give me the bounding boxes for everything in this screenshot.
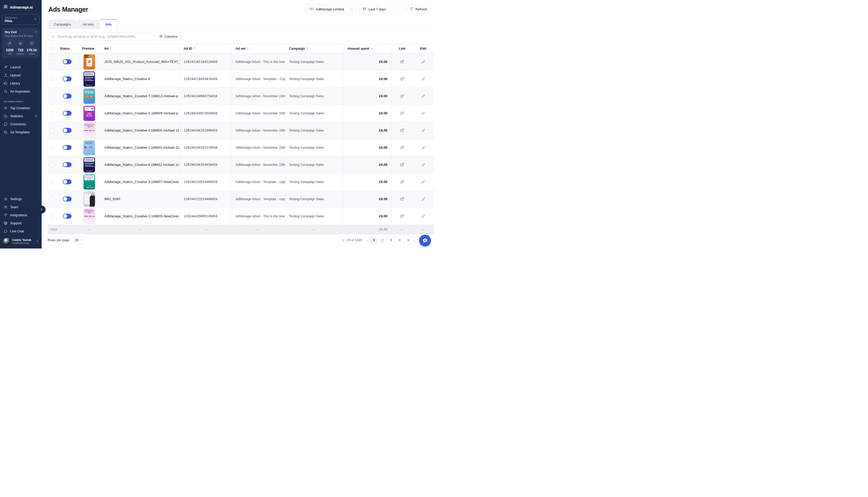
ad-preview-thumb[interactable]	[84, 191, 95, 207]
sidebar-item-live-chat[interactable]: Live Chat	[0, 227, 42, 235]
open-link-button[interactable]	[391, 70, 412, 87]
sidebar-collapse-button[interactable]	[38, 205, 45, 213]
edit-button[interactable]	[412, 139, 434, 156]
pagination-prev-button[interactable]: ‹	[366, 238, 368, 242]
edit-button[interactable]	[412, 105, 434, 122]
ad-preview-thumb[interactable]: Automate Your Ad WorkflowsAdmanage.ai	[84, 71, 95, 87]
status-toggle[interactable]	[63, 162, 71, 167]
edit-button[interactable]	[412, 53, 434, 70]
sidebar-item-comments[interactable]: Comments	[0, 120, 42, 128]
ad-preview-thumb[interactable]: Still Uploading Ads Manually?YesNo	[84, 89, 95, 104]
sidebar-item-upload[interactable]: Upload	[0, 71, 42, 79]
open-link-button[interactable]	[391, 156, 412, 173]
campaign: Testing Campaign Sales	[285, 122, 343, 139]
sidebar-item-integrations[interactable]: Integrations	[0, 211, 42, 219]
edit-button[interactable]	[412, 208, 434, 225]
ad-preview-thumb[interactable]	[84, 54, 95, 69]
tab-campaigns[interactable]: Campaigns	[49, 20, 77, 29]
edit-button[interactable]	[412, 156, 434, 173]
status-toggle[interactable]	[63, 59, 71, 64]
header-ad-id[interactable]: Ad ID	[180, 44, 232, 53]
ad-preview-thumb[interactable]: 1 click1 minute100s of ads	[84, 106, 95, 121]
header-campaign[interactable]: Campaign	[285, 44, 343, 53]
date-range-selector[interactable]: Last 7 days	[359, 5, 403, 14]
ad-preview-thumb[interactable]: Automate Your Ad WorkflowsAdmanage.ai	[84, 157, 95, 172]
status-toggle[interactable]	[63, 76, 71, 81]
ad-preview-thumb[interactable]: Launch 100s of Ads in <1min.→♪	[84, 140, 95, 155]
tab-ads[interactable]: Ads	[100, 19, 117, 29]
columns-button[interactable]: Columns	[155, 32, 181, 41]
edit-button[interactable]	[412, 88, 434, 104]
row-checkbox[interactable]	[50, 197, 54, 201]
status-toggle[interactable]	[63, 179, 71, 184]
row-checkbox[interactable]	[50, 94, 54, 98]
workspace-selector[interactable]: Workspace Pihla	[2, 14, 40, 25]
page-button-1[interactable]: 1	[371, 237, 377, 244]
page-button-5[interactable]: 5	[405, 237, 412, 244]
user-profile[interactable]: Cedric Yarish ced@admanag...	[0, 235, 42, 248]
close-icon[interactable]: ×	[35, 30, 37, 33]
sidebar-item-ad-templates[interactable]: Ad Templates	[0, 128, 42, 136]
sidebar-item-library[interactable]: Library	[0, 79, 42, 87]
edit-button[interactable]	[412, 190, 434, 208]
select-all-checkbox[interactable]	[50, 46, 54, 51]
pencil-icon	[422, 112, 425, 115]
ad-name: AdManage_Statics_Creative 6 186811 micka…	[100, 156, 180, 173]
row-checkbox[interactable]	[50, 163, 54, 167]
header-amount-spent[interactable]: Amount spent	[343, 44, 391, 53]
avatar	[3, 238, 10, 245]
status-toggle[interactable]	[63, 111, 71, 116]
open-link-button[interactable]	[391, 173, 412, 190]
sidebar-item-statistics[interactable]: Statistics	[0, 112, 42, 120]
status-toggle[interactable]	[63, 128, 71, 133]
open-link-button[interactable]	[391, 122, 412, 139]
open-link-button[interactable]	[391, 139, 412, 156]
page-button-4[interactable]: 4	[396, 237, 403, 244]
status-cell	[56, 190, 78, 208]
row-checkbox[interactable]	[50, 145, 54, 150]
edit-button[interactable]	[412, 70, 434, 87]
header-ad[interactable]: Ad	[100, 44, 180, 53]
header-ad-set[interactable]: Ad set	[232, 44, 285, 53]
sidebar-item-support[interactable]: Support	[0, 219, 42, 227]
edit-button[interactable]	[412, 173, 434, 190]
sidebar-item-ad-inspiration[interactable]: Ad Inspiration	[0, 87, 42, 95]
ad-preview-thumb[interactable]: 90% Reduction in Ad Launching Time♪TikTo…	[84, 123, 95, 138]
amount-spent: £0.00	[343, 156, 391, 173]
row-checkbox[interactable]	[50, 60, 54, 64]
page-button-2[interactable]: 2	[379, 237, 386, 244]
sidebar-bottom-nav: SettingsTeamIntegrationsSupportLive Chat	[0, 195, 42, 235]
ad-preview-thumb[interactable]: 90% Reduction in Ad Launching Time♪TikTo…	[84, 209, 95, 224]
open-link-button[interactable]	[391, 190, 412, 208]
open-link-button[interactable]	[391, 53, 412, 70]
campaign: Testing Campaign Sales	[285, 139, 343, 156]
rows-per-page-select[interactable]: 20	[72, 237, 86, 244]
sidebar-item-settings[interactable]: Settings	[0, 195, 42, 203]
status-toggle[interactable]	[63, 94, 71, 99]
sidebar-item-launch[interactable]: Launch	[0, 63, 42, 71]
tab-ad-sets[interactable]: Ad sets	[77, 20, 99, 29]
search-input[interactable]	[57, 34, 150, 39]
open-link-button[interactable]	[391, 208, 412, 225]
status-toggle[interactable]	[63, 197, 71, 201]
row-checkbox[interactable]	[50, 180, 54, 184]
refresh-label: Refresh	[415, 7, 427, 11]
sidebar-item-top-creatives[interactable]: Top Creatives	[0, 104, 42, 112]
row-checkbox[interactable]	[50, 128, 54, 132]
refresh-button[interactable]: Refresh	[406, 5, 431, 14]
sidebar-item-team[interactable]: Team	[0, 203, 42, 211]
status-toggle[interactable]	[63, 214, 71, 218]
live-chat-fab[interactable]	[419, 235, 431, 246]
row-checkbox[interactable]	[50, 111, 54, 115]
ad-preview-thumb[interactable]: Free Your Team From Repetitive Uploads.≋…	[84, 174, 95, 189]
page-button-3[interactable]: 3	[388, 237, 395, 244]
row-checkbox[interactable]	[50, 214, 54, 218]
edit-button[interactable]	[412, 122, 434, 139]
row-checkbox[interactable]	[50, 77, 54, 81]
campaign: Testing Campaign Sales	[285, 105, 343, 122]
open-link-button[interactable]	[391, 105, 412, 122]
status-cell	[56, 139, 78, 156]
status-toggle[interactable]	[63, 145, 71, 150]
open-link-button[interactable]	[391, 88, 412, 104]
ad-account-selector[interactable]: AdManage Limited	[306, 5, 357, 14]
